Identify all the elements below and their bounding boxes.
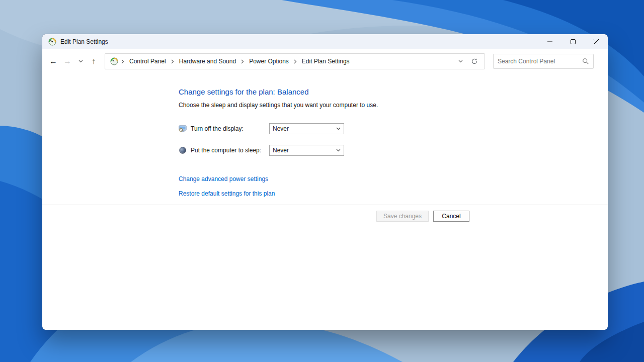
minimize-icon [547, 39, 552, 44]
main-content: Change settings for the plan: Balanced C… [42, 73, 608, 330]
close-button[interactable] [585, 34, 608, 49]
turn-off-display-value: Never [273, 125, 336, 132]
chevron-down-icon [336, 149, 341, 152]
chevron-down-icon [78, 60, 83, 63]
refresh-button[interactable] [467, 54, 481, 68]
forward-button[interactable]: → [60, 54, 74, 68]
breadcrumb-chevron-icon[interactable] [240, 59, 245, 64]
search-box[interactable] [493, 54, 594, 69]
up-arrow-icon: ↑ [92, 57, 96, 66]
back-arrow-icon: ← [49, 57, 57, 66]
chevron-down-icon [336, 127, 341, 130]
turn-off-display-select[interactable]: Never [269, 123, 344, 134]
save-changes-button[interactable]: Save changes [376, 211, 429, 222]
breadcrumb-chevron-icon[interactable] [120, 59, 125, 64]
setting-row-sleep: Put the computer to sleep: [179, 145, 261, 156]
breadcrumb-item-power-options[interactable]: Power Options [245, 58, 293, 65]
display-clock-icon [179, 125, 187, 133]
breadcrumb-item-hardware-and-sound[interactable]: Hardware and Sound [175, 58, 240, 65]
breadcrumb-bar[interactable]: Control Panel Hardware and Sound Power O… [105, 53, 485, 69]
close-icon [594, 39, 599, 44]
power-plan-app-icon [48, 38, 56, 46]
titlebar: Edit Plan Settings [42, 34, 608, 49]
maximize-icon [571, 39, 576, 44]
footer-buttons: Save changes Cancel [42, 211, 608, 223]
maximize-button[interactable] [561, 34, 585, 49]
navigation-toolbar: ← → ↑ Control Panel [42, 49, 608, 73]
minimize-button[interactable] [538, 34, 561, 49]
search-input[interactable] [498, 58, 579, 65]
breadcrumb-chevron-icon[interactable] [293, 59, 298, 64]
footer-divider [42, 205, 608, 205]
setting-row-display: Turn off the display: [179, 123, 244, 134]
breadcrumb-item-control-panel[interactable]: Control Panel [125, 58, 170, 65]
page-subtitle: Choose the sleep and display settings th… [179, 102, 378, 109]
setting-label-display: Turn off the display: [191, 125, 244, 132]
change-advanced-power-settings-link[interactable]: Change advanced power settings [179, 175, 268, 183]
refresh-icon [471, 58, 478, 65]
address-dropdown-button[interactable] [453, 54, 467, 68]
window-title: Edit Plan Settings [60, 38, 108, 45]
put-computer-to-sleep-value: Never [273, 147, 336, 154]
page-title: Change settings for the plan: Balanced [179, 87, 309, 96]
breadcrumb-item-edit-plan-settings[interactable]: Edit Plan Settings [298, 58, 354, 65]
edit-plan-settings-window: Edit Plan Settings ← → ↑ [42, 34, 608, 330]
up-button[interactable]: ↑ [87, 54, 101, 68]
forward-arrow-icon: → [63, 57, 71, 66]
breadcrumb-chevron-icon[interactable] [170, 59, 175, 64]
chevron-down-icon [458, 60, 463, 63]
recent-pages-button[interactable] [74, 54, 87, 68]
sleep-moon-icon [179, 146, 187, 154]
put-computer-to-sleep-select[interactable]: Never [269, 145, 344, 156]
back-button[interactable]: ← [46, 54, 60, 68]
cancel-button[interactable]: Cancel [433, 211, 469, 222]
setting-label-sleep: Put the computer to sleep: [191, 147, 261, 154]
window-controls [538, 34, 608, 49]
restore-default-settings-link[interactable]: Restore default settings for this plan [179, 190, 275, 197]
search-icon [582, 58, 589, 65]
power-plan-location-icon[interactable] [110, 57, 118, 65]
